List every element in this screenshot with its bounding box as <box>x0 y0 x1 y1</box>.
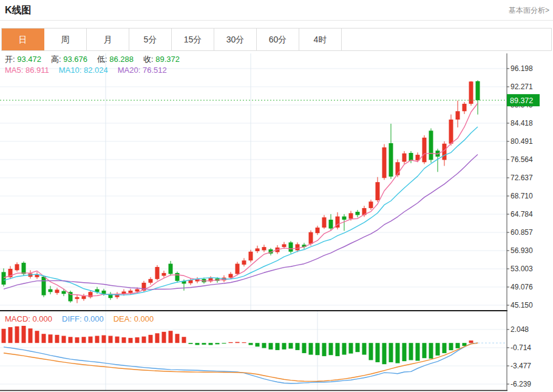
macd-bar <box>42 334 46 343</box>
axis-tick-label: 68.710 <box>511 192 533 200</box>
candle <box>129 291 133 293</box>
macd-bar <box>256 343 260 346</box>
axis-tick-label: 96.198 <box>511 64 533 73</box>
macd-bar <box>155 333 160 343</box>
interval-tab-7[interactable]: 4时 <box>299 29 342 50</box>
macd-bar <box>296 343 300 350</box>
legend-item: MACD: 0.000 <box>5 314 52 323</box>
macd-bar <box>376 343 380 362</box>
legend-item: DEA: 0.000 <box>114 314 154 323</box>
candle <box>62 291 66 294</box>
diff-line <box>4 343 478 384</box>
axis-tick-label: 76.564 <box>511 155 533 164</box>
macd-bar <box>356 343 360 352</box>
macd-bar <box>469 340 473 343</box>
legend-item: 高: 93.676 <box>51 55 87 64</box>
macd-bar <box>195 343 200 345</box>
candle <box>422 138 427 162</box>
candle <box>75 297 80 299</box>
chart-canvas[interactable]: 96.19892.27188.34584.41880.49176.56472.6… <box>0 51 553 392</box>
title-bar: K线图 基本面分析> <box>0 0 553 21</box>
axis-tick-label: -0.714 <box>511 343 531 352</box>
axis-tick-label: 72.637 <box>511 174 533 182</box>
macd-bar <box>389 343 393 362</box>
macd-bar <box>215 343 220 344</box>
axis-tick-label: 53.003 <box>511 265 533 273</box>
macd-bar <box>349 343 353 353</box>
current-price-label: 89.372 <box>510 96 533 105</box>
macd-bar <box>402 343 407 361</box>
macd-bar <box>276 343 280 350</box>
legend-item: MA5: 86.911 <box>5 66 49 75</box>
candle <box>282 245 287 248</box>
fundamental-analysis-link[interactable]: 基本面分析> <box>509 5 549 16</box>
legend-item: 低: 86.288 <box>97 55 134 64</box>
macd-bar <box>229 342 233 343</box>
interval-tab-5[interactable]: 30分 <box>214 29 257 50</box>
axis-tick-label: 2.048 <box>511 325 529 334</box>
interval-tab-0[interactable]: 日 <box>2 29 44 50</box>
macd-bar <box>162 332 166 343</box>
macd-bar <box>95 336 100 343</box>
macd-bar <box>422 343 427 358</box>
axis-tick-label: 60.857 <box>511 228 533 237</box>
macd-bar <box>82 337 86 343</box>
macd-bar <box>443 343 447 353</box>
macd-bar <box>22 326 26 343</box>
interval-tab-1[interactable]: 周 <box>44 29 87 50</box>
macd-legend: MACD: 0.000DIFF: 0.000DEA: 0.000 <box>5 314 163 323</box>
macd-bar <box>8 327 13 343</box>
ma20-line <box>4 155 478 290</box>
candle <box>169 264 173 274</box>
candle <box>15 264 19 270</box>
macd-bar <box>115 337 120 343</box>
candle <box>49 289 53 292</box>
candle <box>322 217 327 228</box>
candle <box>356 212 360 215</box>
macd-bar <box>142 337 146 343</box>
candle <box>155 267 160 279</box>
candle <box>42 277 46 296</box>
interval-tab-3[interactable]: 5分 <box>129 29 172 50</box>
macd-bar <box>182 337 186 343</box>
candle <box>262 247 266 250</box>
candle <box>149 279 153 283</box>
dea-line <box>4 343 478 381</box>
candle <box>389 143 393 177</box>
macd-bar <box>175 334 180 343</box>
macd-bar <box>382 343 387 364</box>
macd-bar <box>29 328 33 343</box>
macd-bar <box>456 343 460 348</box>
candle <box>443 144 447 160</box>
macd-bar <box>222 343 226 343</box>
ohlc-legend: 开: 93.472高: 93.676低: 86.288收: 89.372 <box>5 54 189 65</box>
candle <box>135 289 140 292</box>
macd-bar <box>302 343 307 353</box>
macd-bar <box>69 337 73 343</box>
interval-tab-4[interactable]: 15分 <box>172 29 214 50</box>
axis-tick-label: -6.239 <box>511 380 531 388</box>
macd-bar <box>202 343 206 345</box>
macd-bar <box>336 343 340 356</box>
candle <box>309 232 313 244</box>
macd-bar <box>209 343 213 345</box>
candle <box>296 245 300 251</box>
axis-tick-label: 45.150 <box>511 301 533 309</box>
macd-bar <box>135 337 140 343</box>
candle <box>162 273 166 276</box>
macd-bar <box>129 338 133 343</box>
candle <box>82 296 86 299</box>
candle <box>382 147 387 178</box>
macd-bar <box>189 343 193 344</box>
interval-tab-2[interactable]: 月 <box>87 29 129 50</box>
interval-tab-6[interactable]: 60分 <box>257 29 299 50</box>
macd-bar <box>416 343 420 360</box>
macd-bar <box>262 343 266 348</box>
macd-bar <box>75 337 80 343</box>
legend-item: MA10: 82.024 <box>59 66 108 75</box>
candle <box>402 154 407 162</box>
legend-item: MA20: 76.512 <box>118 66 167 75</box>
candle <box>242 260 246 265</box>
candle <box>289 242 293 251</box>
legend-item: 收: 89.372 <box>143 55 180 64</box>
